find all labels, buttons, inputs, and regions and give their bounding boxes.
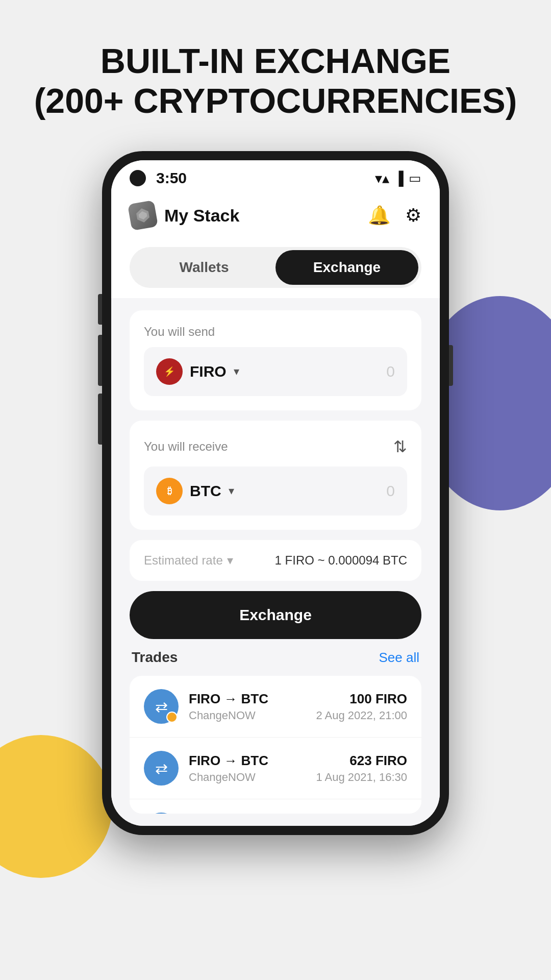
camera-cutout (130, 170, 146, 186)
trade-info-1: FIRO → BTC ChangeNOW (189, 691, 306, 722)
tab-wallets[interactable]: Wallets (133, 250, 276, 285)
status-time: 3:50 (156, 169, 187, 187)
receive-label: You will receive (144, 439, 228, 454)
send-crypto-name: FIRO (190, 363, 227, 380)
status-icons: ▾▴ ▐ ▭ (375, 170, 421, 187)
bell-icon[interactable]: 🔔 (368, 205, 391, 226)
trade-pair: FIRO → BTC (189, 691, 306, 707)
main-content: You will send ⚡ FIRO ▾ (111, 298, 440, 826)
trade-icon-3: ⇄ (144, 813, 179, 814)
trade-icon-1: ⇄ (144, 689, 179, 724)
trade-badge (166, 712, 178, 723)
bg-decoration-yellow (0, 735, 112, 878)
tab-exchange[interactable]: Exchange (276, 250, 418, 285)
rate-chevron-icon: ▾ (227, 553, 233, 568)
trade-provider: ChangeNOW (189, 771, 306, 784)
exchange-button[interactable]: Exchange (130, 591, 421, 639)
trade-icon-2: ⇄ (144, 751, 179, 786)
send-crypto-selector[interactable]: ⚡ FIRO ▾ 0 (144, 347, 407, 396)
signal-icon: ▐ (394, 170, 404, 186)
receive-amount[interactable]: 0 (386, 482, 395, 500)
header-icons: 🔔 ⚙ (368, 205, 421, 226)
send-chevron-icon: ▾ (234, 365, 239, 378)
status-bar: 3:50 ▾▴ ▐ ▭ (111, 160, 440, 192)
page-title: BUILT-IN EXCHANGE (200+ CRYPTOCURRENCIES… (4, 41, 548, 120)
see-all-button[interactable]: See all (379, 650, 420, 666)
app-header: My Stack 🔔 ⚙ (111, 192, 440, 239)
trade-amount: 100 FIRO (316, 691, 407, 707)
svg-text:⚡: ⚡ (164, 366, 176, 377)
send-section: You will send ⚡ FIRO ▾ (130, 310, 421, 410)
rate-value: 1 FIRO ~ 0.000094 BTC (275, 553, 407, 568)
trades-list: ⇄ FIRO → BTC ChangeNOW 100 FIRO 2 Aug 20… (130, 676, 421, 814)
receive-section: You will receive ⇅ ₿ BTC (130, 421, 421, 530)
side-button (449, 345, 453, 386)
trade-item[interactable]: ⇄ FIRO → BTC ChangeNOW 623 FIRO 1 Aug 20… (130, 738, 421, 799)
phone-frame: 3:50 ▾▴ ▐ ▭ My Stack 🔔 (102, 151, 449, 835)
gear-icon[interactable]: ⚙ (405, 205, 421, 226)
trade-amount: 623 FIRO (316, 753, 407, 769)
power-button (98, 394, 102, 445)
send-amount[interactable]: 0 (386, 363, 395, 380)
receive-crypto-name: BTC (190, 482, 221, 500)
vol-down-button (98, 335, 102, 386)
estimated-rate-label[interactable]: Estimated rate ▾ (144, 553, 233, 568)
vol-up-button (98, 294, 102, 325)
app-title: My Stack (164, 206, 368, 226)
svg-text:₿: ₿ (167, 486, 172, 496)
exchange-button-label: Exchange (239, 606, 312, 623)
trade-provider: ChangeNOW (189, 709, 306, 722)
trade-pair: FIRO → BTC (189, 753, 306, 769)
trade-item[interactable]: ⇄ XMR → BTC ChangeNOW 25 XMR 20 Aug 2021… (130, 799, 421, 814)
tab-bar: Wallets Exchange (111, 239, 440, 298)
trades-title: Trades (132, 649, 178, 666)
app-logo (128, 200, 158, 231)
trade-amounts-1: 100 FIRO 2 Aug 2022, 21:00 (316, 691, 407, 722)
swap-icon[interactable]: ⇅ (393, 437, 407, 456)
trade-swap-icon: ⇄ (155, 760, 168, 777)
trades-header: Trades See all (130, 649, 421, 666)
receive-chevron-icon: ▾ (229, 484, 234, 498)
rate-row: Estimated rate ▾ 1 FIRO ~ 0.000094 BTC (130, 540, 421, 581)
btc-icon: ₿ (156, 478, 183, 504)
wifi-icon: ▾▴ (375, 170, 389, 187)
battery-icon: ▭ (409, 170, 421, 186)
receive-crypto-selector[interactable]: ₿ BTC ▾ 0 (144, 467, 407, 516)
trade-item[interactable]: ⇄ FIRO → BTC ChangeNOW 100 FIRO 2 Aug 20… (130, 676, 421, 738)
firo-icon: ⚡ (156, 358, 183, 385)
send-label: You will send (144, 325, 407, 339)
trade-info-2: FIRO → BTC ChangeNOW (189, 753, 306, 784)
trade-date: 2 Aug 2022, 21:00 (316, 709, 407, 722)
trade-swap-icon: ⇄ (155, 698, 168, 716)
phone-screen: 3:50 ▾▴ ▐ ▭ My Stack 🔔 (111, 160, 440, 826)
trade-date: 1 Aug 2021, 16:30 (316, 771, 407, 784)
trade-amounts-2: 623 FIRO 1 Aug 2021, 16:30 (316, 753, 407, 784)
